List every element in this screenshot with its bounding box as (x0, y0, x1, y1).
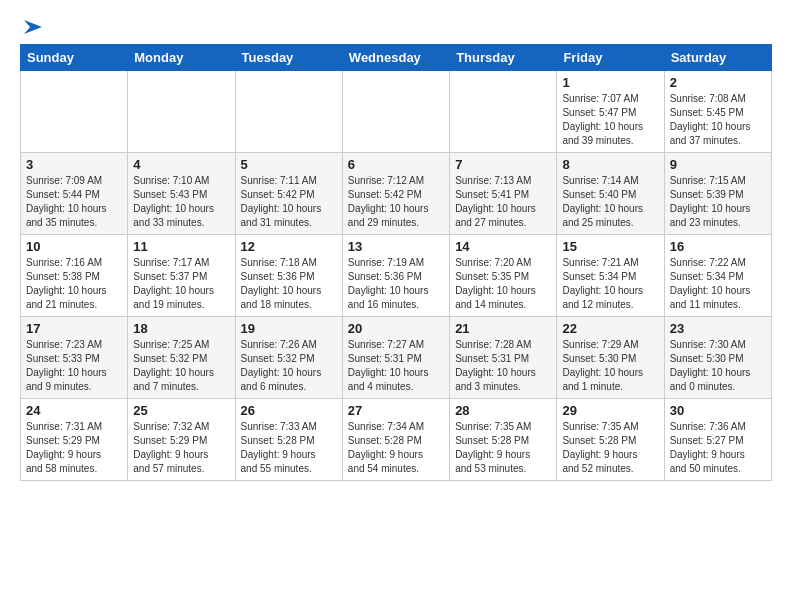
weekday-header-cell: Saturday (664, 45, 771, 71)
weekday-header-cell: Sunday (21, 45, 128, 71)
calendar-week-row: 1Sunrise: 7:07 AM Sunset: 5:47 PM Daylig… (21, 71, 772, 153)
day-number: 16 (670, 239, 766, 254)
calendar-day-cell: 11Sunrise: 7:17 AM Sunset: 5:37 PM Dayli… (128, 235, 235, 317)
day-number: 4 (133, 157, 229, 172)
day-number: 3 (26, 157, 122, 172)
day-number: 10 (26, 239, 122, 254)
weekday-header-cell: Thursday (450, 45, 557, 71)
day-number: 26 (241, 403, 337, 418)
day-info: Sunrise: 7:26 AM Sunset: 5:32 PM Dayligh… (241, 338, 337, 394)
day-number: 9 (670, 157, 766, 172)
calendar-day-cell (342, 71, 449, 153)
day-info: Sunrise: 7:07 AM Sunset: 5:47 PM Dayligh… (562, 92, 658, 148)
calendar-day-cell: 17Sunrise: 7:23 AM Sunset: 5:33 PM Dayli… (21, 317, 128, 399)
day-info: Sunrise: 7:09 AM Sunset: 5:44 PM Dayligh… (26, 174, 122, 230)
calendar-day-cell: 18Sunrise: 7:25 AM Sunset: 5:32 PM Dayli… (128, 317, 235, 399)
day-number: 15 (562, 239, 658, 254)
weekday-header-row: SundayMondayTuesdayWednesdayThursdayFrid… (21, 45, 772, 71)
calendar-day-cell: 29Sunrise: 7:35 AM Sunset: 5:28 PM Dayli… (557, 399, 664, 481)
day-number: 13 (348, 239, 444, 254)
day-number: 22 (562, 321, 658, 336)
calendar-week-row: 17Sunrise: 7:23 AM Sunset: 5:33 PM Dayli… (21, 317, 772, 399)
day-info: Sunrise: 7:35 AM Sunset: 5:28 PM Dayligh… (562, 420, 658, 476)
day-info: Sunrise: 7:30 AM Sunset: 5:30 PM Dayligh… (670, 338, 766, 394)
day-number: 19 (241, 321, 337, 336)
logo-arrow-icon (22, 16, 44, 38)
weekday-header-cell: Monday (128, 45, 235, 71)
calendar-day-cell (21, 71, 128, 153)
calendar-day-cell: 23Sunrise: 7:30 AM Sunset: 5:30 PM Dayli… (664, 317, 771, 399)
day-info: Sunrise: 7:08 AM Sunset: 5:45 PM Dayligh… (670, 92, 766, 148)
calendar-day-cell: 6Sunrise: 7:12 AM Sunset: 5:42 PM Daylig… (342, 153, 449, 235)
day-info: Sunrise: 7:16 AM Sunset: 5:38 PM Dayligh… (26, 256, 122, 312)
calendar-day-cell: 3Sunrise: 7:09 AM Sunset: 5:44 PM Daylig… (21, 153, 128, 235)
day-info: Sunrise: 7:21 AM Sunset: 5:34 PM Dayligh… (562, 256, 658, 312)
logo (20, 16, 44, 34)
calendar-day-cell: 24Sunrise: 7:31 AM Sunset: 5:29 PM Dayli… (21, 399, 128, 481)
day-number: 20 (348, 321, 444, 336)
calendar-day-cell: 14Sunrise: 7:20 AM Sunset: 5:35 PM Dayli… (450, 235, 557, 317)
day-info: Sunrise: 7:32 AM Sunset: 5:29 PM Dayligh… (133, 420, 229, 476)
calendar-day-cell: 2Sunrise: 7:08 AM Sunset: 5:45 PM Daylig… (664, 71, 771, 153)
calendar-day-cell: 1Sunrise: 7:07 AM Sunset: 5:47 PM Daylig… (557, 71, 664, 153)
day-info: Sunrise: 7:13 AM Sunset: 5:41 PM Dayligh… (455, 174, 551, 230)
calendar-day-cell: 26Sunrise: 7:33 AM Sunset: 5:28 PM Dayli… (235, 399, 342, 481)
day-info: Sunrise: 7:29 AM Sunset: 5:30 PM Dayligh… (562, 338, 658, 394)
calendar-day-cell: 28Sunrise: 7:35 AM Sunset: 5:28 PM Dayli… (450, 399, 557, 481)
day-info: Sunrise: 7:14 AM Sunset: 5:40 PM Dayligh… (562, 174, 658, 230)
day-number: 24 (26, 403, 122, 418)
calendar-day-cell: 5Sunrise: 7:11 AM Sunset: 5:42 PM Daylig… (235, 153, 342, 235)
day-number: 27 (348, 403, 444, 418)
day-number: 14 (455, 239, 551, 254)
calendar-week-row: 3Sunrise: 7:09 AM Sunset: 5:44 PM Daylig… (21, 153, 772, 235)
calendar-day-cell: 8Sunrise: 7:14 AM Sunset: 5:40 PM Daylig… (557, 153, 664, 235)
day-number: 8 (562, 157, 658, 172)
calendar-day-cell: 16Sunrise: 7:22 AM Sunset: 5:34 PM Dayli… (664, 235, 771, 317)
header (20, 16, 772, 34)
weekday-header-cell: Wednesday (342, 45, 449, 71)
day-info: Sunrise: 7:35 AM Sunset: 5:28 PM Dayligh… (455, 420, 551, 476)
weekday-header-cell: Tuesday (235, 45, 342, 71)
calendar-day-cell: 30Sunrise: 7:36 AM Sunset: 5:27 PM Dayli… (664, 399, 771, 481)
day-info: Sunrise: 7:31 AM Sunset: 5:29 PM Dayligh… (26, 420, 122, 476)
day-number: 2 (670, 75, 766, 90)
day-info: Sunrise: 7:33 AM Sunset: 5:28 PM Dayligh… (241, 420, 337, 476)
day-info: Sunrise: 7:34 AM Sunset: 5:28 PM Dayligh… (348, 420, 444, 476)
calendar-day-cell: 25Sunrise: 7:32 AM Sunset: 5:29 PM Dayli… (128, 399, 235, 481)
day-info: Sunrise: 7:25 AM Sunset: 5:32 PM Dayligh… (133, 338, 229, 394)
day-info: Sunrise: 7:11 AM Sunset: 5:42 PM Dayligh… (241, 174, 337, 230)
day-number: 11 (133, 239, 229, 254)
calendar-day-cell: 13Sunrise: 7:19 AM Sunset: 5:36 PM Dayli… (342, 235, 449, 317)
page: SundayMondayTuesdayWednesdayThursdayFrid… (0, 0, 792, 491)
day-info: Sunrise: 7:36 AM Sunset: 5:27 PM Dayligh… (670, 420, 766, 476)
calendar-day-cell: 21Sunrise: 7:28 AM Sunset: 5:31 PM Dayli… (450, 317, 557, 399)
day-info: Sunrise: 7:27 AM Sunset: 5:31 PM Dayligh… (348, 338, 444, 394)
day-info: Sunrise: 7:23 AM Sunset: 5:33 PM Dayligh… (26, 338, 122, 394)
day-info: Sunrise: 7:17 AM Sunset: 5:37 PM Dayligh… (133, 256, 229, 312)
calendar-day-cell: 4Sunrise: 7:10 AM Sunset: 5:43 PM Daylig… (128, 153, 235, 235)
calendar-day-cell: 10Sunrise: 7:16 AM Sunset: 5:38 PM Dayli… (21, 235, 128, 317)
svg-marker-0 (24, 20, 42, 34)
calendar-day-cell (128, 71, 235, 153)
calendar: SundayMondayTuesdayWednesdayThursdayFrid… (20, 44, 772, 481)
day-info: Sunrise: 7:12 AM Sunset: 5:42 PM Dayligh… (348, 174, 444, 230)
calendar-day-cell: 20Sunrise: 7:27 AM Sunset: 5:31 PM Dayli… (342, 317, 449, 399)
day-number: 21 (455, 321, 551, 336)
day-number: 30 (670, 403, 766, 418)
day-number: 17 (26, 321, 122, 336)
day-info: Sunrise: 7:22 AM Sunset: 5:34 PM Dayligh… (670, 256, 766, 312)
day-info: Sunrise: 7:15 AM Sunset: 5:39 PM Dayligh… (670, 174, 766, 230)
calendar-day-cell: 15Sunrise: 7:21 AM Sunset: 5:34 PM Dayli… (557, 235, 664, 317)
day-info: Sunrise: 7:28 AM Sunset: 5:31 PM Dayligh… (455, 338, 551, 394)
day-info: Sunrise: 7:19 AM Sunset: 5:36 PM Dayligh… (348, 256, 444, 312)
weekday-header-cell: Friday (557, 45, 664, 71)
day-number: 6 (348, 157, 444, 172)
day-number: 23 (670, 321, 766, 336)
day-number: 29 (562, 403, 658, 418)
calendar-body: 1Sunrise: 7:07 AM Sunset: 5:47 PM Daylig… (21, 71, 772, 481)
calendar-day-cell: 27Sunrise: 7:34 AM Sunset: 5:28 PM Dayli… (342, 399, 449, 481)
day-number: 5 (241, 157, 337, 172)
calendar-week-row: 24Sunrise: 7:31 AM Sunset: 5:29 PM Dayli… (21, 399, 772, 481)
calendar-day-cell (450, 71, 557, 153)
day-number: 12 (241, 239, 337, 254)
